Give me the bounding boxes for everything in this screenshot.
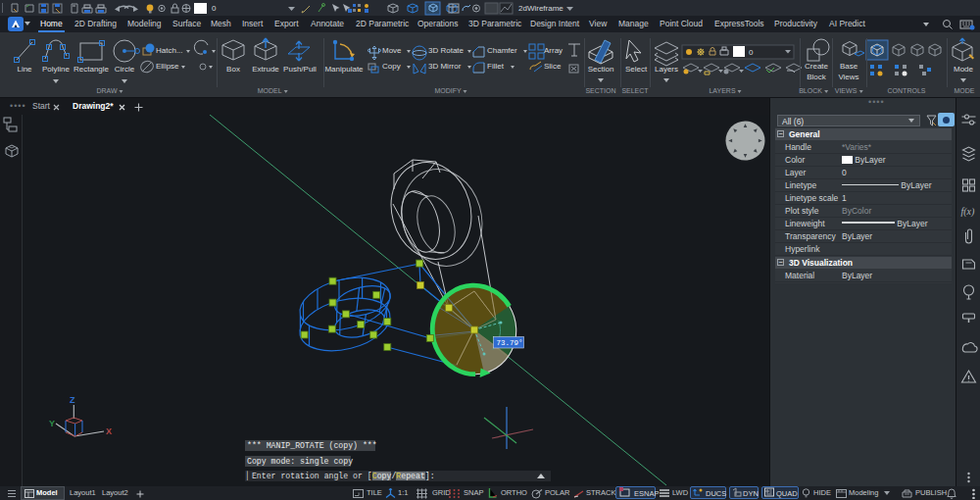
svg-text:0: 0	[749, 48, 754, 57]
svg-text:X: X	[106, 426, 112, 436]
svg-text:f(x): f(x)	[961, 206, 976, 218]
svg-text:73.79°: 73.79°	[497, 339, 523, 347]
svg-text:0: 0	[212, 4, 217, 13]
svg-text:Z: Z	[70, 395, 75, 405]
svg-text:2dWireframe: 2dWireframe	[518, 4, 564, 13]
svg-text:Y: Y	[49, 419, 55, 428]
